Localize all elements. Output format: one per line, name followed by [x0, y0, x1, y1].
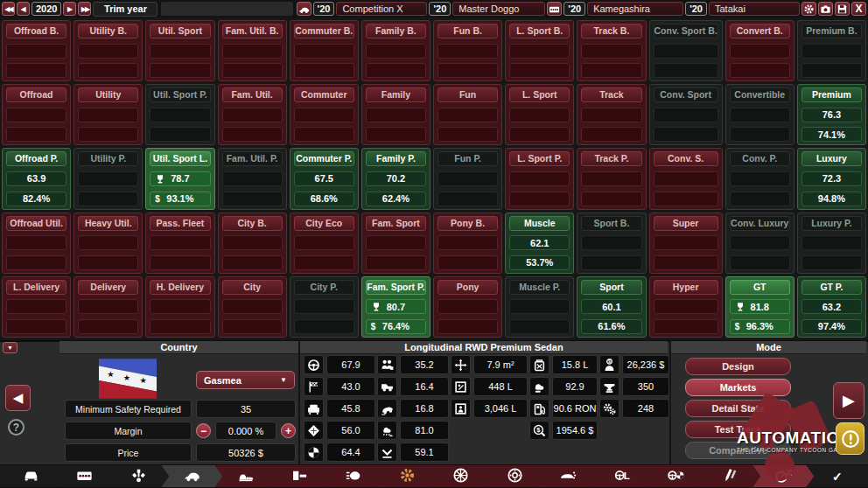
market-cell[interactable]: Fun B.: [433, 20, 502, 81]
market-cell[interactable]: Pass. Fleet: [145, 213, 214, 274]
toolbar-tab-checkmark[interactable]: ✓: [807, 465, 868, 487]
market-cell[interactable]: GT P.63.297.4%: [797, 276, 866, 338]
toolbar-tab-engine-block[interactable]: [53, 465, 115, 487]
close-button[interactable]: X: [851, 2, 866, 16]
increase-button[interactable]: +: [281, 423, 296, 438]
market-cell[interactable]: L. Delivery: [2, 276, 71, 338]
market-cell[interactable]: City: [218, 276, 287, 338]
help-button[interactable]: ?: [8, 419, 24, 436]
market-cell[interactable]: Conv. P.: [725, 148, 794, 209]
market-cell[interactable]: Family: [361, 84, 430, 145]
year-fast-forward-button[interactable]: ▶▶: [78, 2, 91, 16]
market-cell[interactable]: Hyper: [649, 276, 723, 338]
photo-button[interactable]: [818, 2, 833, 16]
market-cell[interactable]: City P.: [290, 276, 359, 338]
market-cell[interactable]: Fam. Sport: [361, 213, 430, 274]
market-cell[interactable]: Luxury P.: [797, 213, 866, 274]
market-cell[interactable]: Pony B.: [433, 213, 502, 274]
market-cell[interactable]: City Eco: [290, 213, 359, 274]
toolbar-tab-pistons[interactable]: [108, 465, 169, 487]
toolbar-tab-interior[interactable]: [269, 465, 330, 487]
market-cell[interactable]: Commuter P.67.568.6%: [290, 148, 359, 209]
collapse-panel-button[interactable]: ▼: [3, 342, 18, 353]
year-forward-button[interactable]: ▶: [63, 2, 76, 16]
market-cell[interactable]: Commuter: [290, 84, 359, 145]
market-cell[interactable]: Utility: [74, 84, 143, 145]
toolbar-tab-drivetrain[interactable]: L: [592, 465, 653, 487]
decrease-button[interactable]: −: [196, 423, 211, 438]
country-row-value[interactable]: 0.000 %: [215, 422, 276, 440]
market-cell[interactable]: Offroad Util.: [2, 213, 71, 274]
toolbar-tab-test-track[interactable]: [752, 465, 814, 487]
market-cell[interactable]: Family B.: [361, 20, 430, 81]
market-cell[interactable]: Conv. Sport B.: [649, 20, 723, 81]
engine-variant-field[interactable]: Tatakai: [709, 2, 800, 16]
market-cell[interactable]: Offroad B.: [2, 20, 71, 81]
toolbar-tab-brake-disc[interactable]: [484, 465, 545, 487]
market-cell[interactable]: Fun: [433, 84, 502, 145]
market-cell[interactable]: Fam. Sport P.80.7$76.4%: [361, 276, 430, 338]
market-cell[interactable]: Premium76.374.1%: [797, 84, 866, 145]
market-cell[interactable]: Conv. Sport: [649, 84, 723, 145]
year-back-button[interactable]: ◀: [17, 2, 30, 16]
market-cell[interactable]: Delivery: [74, 276, 143, 338]
engine-family-icon[interactable]: [547, 2, 562, 16]
market-cell[interactable]: Fun P.: [433, 148, 502, 209]
market-cell[interactable]: Muscle62.153.7%: [505, 213, 574, 274]
next-page-button[interactable]: ▶: [833, 382, 864, 419]
market-cell[interactable]: L. Sport B.: [505, 20, 574, 81]
toolbar-tab-quality-pens[interactable]: [699, 465, 760, 487]
market-cell[interactable]: Family P.70.262.4%: [361, 148, 430, 209]
market-cell[interactable]: Conv. S.: [649, 148, 723, 209]
market-cell[interactable]: Super: [649, 213, 723, 274]
market-cell[interactable]: Util. Sport L.78.7$93.1%: [145, 148, 214, 209]
mode-button-detail-stats[interactable]: Detail Stats: [685, 400, 791, 417]
market-cell[interactable]: Sport B.: [577, 213, 646, 274]
toolbar-tab-headlight[interactable]: [323, 465, 384, 487]
market-cell[interactable]: Utility B.: [74, 20, 143, 81]
toolbar-tab-wheel-safety[interactable]: [645, 465, 706, 487]
previous-page-button[interactable]: ◀: [5, 385, 31, 411]
trim-name-field[interactable]: Master Doggo: [452, 2, 545, 16]
market-cell[interactable]: Conv. Luxury: [725, 213, 794, 274]
market-cell[interactable]: Track P.: [577, 148, 646, 209]
market-cell[interactable]: Convert B.: [725, 20, 794, 81]
market-cell[interactable]: Offroad P.63.982.4%: [2, 148, 71, 209]
market-cell[interactable]: Convertible: [725, 84, 794, 145]
market-cell[interactable]: Util. Sport: [145, 20, 214, 81]
save-button[interactable]: [835, 2, 850, 16]
market-cell[interactable]: Muscle P.: [505, 276, 574, 338]
market-cell[interactable]: Sport60.161.6%: [577, 276, 646, 338]
market-cell[interactable]: Track: [577, 84, 646, 145]
market-cell[interactable]: Fam. Util.: [218, 84, 287, 145]
toolbar-tab-aero-car[interactable]: [537, 465, 598, 487]
market-cell[interactable]: L. Sport: [505, 84, 574, 145]
market-cell[interactable]: Premium B.: [797, 20, 866, 81]
toolbar-tab-car-side[interactable]: [161, 465, 222, 487]
market-cell[interactable]: L. Sport P.: [505, 148, 574, 209]
market-cell[interactable]: City B.: [218, 213, 287, 274]
country-row-value[interactable]: 50326 $: [196, 443, 296, 462]
engine-family-field[interactable]: Kamegashira: [587, 2, 683, 16]
market-cell[interactable]: GT81.8$96.3%: [725, 276, 794, 338]
car-model-icon[interactable]: [297, 2, 312, 16]
market-cell[interactable]: Heavy Util.: [74, 213, 143, 274]
mode-button-markets[interactable]: Markets: [685, 379, 791, 396]
toolbar-tab-gearbox[interactable]: [376, 465, 438, 487]
market-cell[interactable]: Pony: [433, 276, 502, 338]
toolbar-tab-car-seats[interactable]: [215, 465, 276, 487]
market-cell[interactable]: Track B.: [577, 20, 646, 81]
model-name-field[interactable]: Competition X: [336, 2, 427, 16]
settings-button[interactable]: [802, 2, 816, 16]
market-cell[interactable]: Commuter B.: [290, 20, 359, 81]
market-cell[interactable]: Fam. Util. B.: [218, 20, 287, 81]
market-cell[interactable]: Util. Sport P.: [145, 84, 214, 145]
year-rewind-button[interactable]: ◀◀: [2, 2, 15, 16]
market-cell[interactable]: H. Delivery: [145, 276, 214, 338]
market-cell[interactable]: Luxury72.394.8%: [797, 148, 866, 209]
country-row-value[interactable]: 35: [196, 400, 296, 418]
mode-button-test-track[interactable]: Test Track: [685, 421, 791, 438]
warning-button[interactable]: [836, 422, 864, 455]
mode-button-design[interactable]: Design: [685, 358, 791, 375]
market-cell[interactable]: Offroad: [2, 84, 71, 145]
